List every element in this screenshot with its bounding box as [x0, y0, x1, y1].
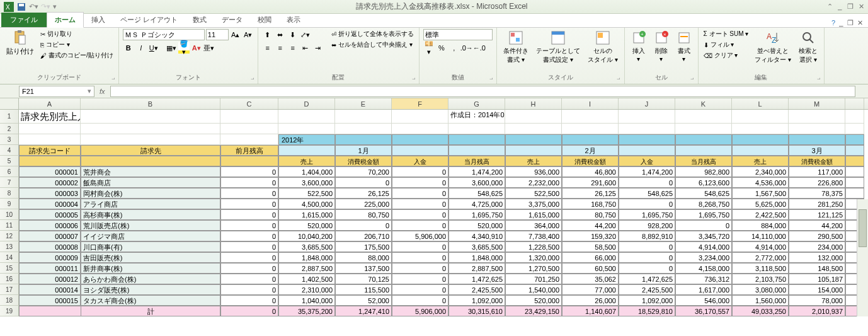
cell[interactable]: 2012年 [278, 134, 335, 145]
cell[interactable] [845, 156, 864, 166]
percent-button[interactable]: % [436, 42, 447, 54]
cell[interactable]: 計 [81, 306, 220, 316]
cell[interactable]: 88,000 [335, 252, 392, 263]
cell[interactable] [675, 145, 732, 156]
tab-review[interactable]: 校閲 [250, 13, 279, 27]
cell[interactable]: 0 [392, 295, 448, 306]
cell[interactable]: 0 [619, 263, 675, 274]
cell[interactable]: 1,695,750 [619, 209, 675, 220]
cell[interactable]: 1,617,000 [675, 284, 732, 295]
cell[interactable]: 4,536,000 [732, 177, 789, 188]
row-header[interactable]: 19 [0, 306, 19, 316]
cell[interactable]: 2,887,500 [278, 263, 335, 274]
cell[interactable]: 4,158,000 [675, 263, 732, 274]
cell[interactable]: 3,345,720 [675, 231, 732, 241]
cell[interactable]: 18,529,810 [619, 306, 675, 316]
cell[interactable]: 1,474,200 [619, 166, 675, 177]
cell[interactable] [19, 156, 81, 166]
col-header[interactable]: K [675, 98, 732, 109]
cell[interactable]: 000005 [19, 209, 81, 220]
cell[interactable]: 飯島商店 [81, 177, 220, 188]
col-header[interactable]: E [335, 98, 392, 109]
cell[interactable]: 1,140,607 [562, 306, 619, 316]
tab-insert[interactable]: 挿入 [84, 13, 113, 27]
align-bottom-button[interactable]: ⬇ [287, 29, 299, 40]
cell[interactable]: 000002 [19, 177, 81, 188]
cell[interactable]: 225,000 [335, 199, 392, 209]
cell[interactable]: 80,750 [335, 209, 392, 220]
col-header[interactable]: F [392, 98, 448, 109]
cell[interactable] [335, 134, 392, 145]
cell[interactable]: 0 [220, 209, 278, 220]
tab-view[interactable]: 表示 [279, 13, 308, 27]
cell[interactable]: 消費税金額 [562, 156, 619, 166]
cell[interactable]: 1,247,410 [335, 306, 392, 316]
cell[interactable]: 1,540,000 [505, 284, 562, 295]
cell[interactable]: 35,062 [562, 274, 619, 284]
shrink-font-button[interactable]: A▾ [243, 29, 254, 40]
cell[interactable]: 44,200 [789, 220, 845, 231]
cell[interactable]: 0 [392, 274, 448, 284]
cell[interactable]: 4,340,910 [448, 231, 505, 241]
cell[interactable] [278, 145, 335, 156]
cell[interactable]: 1,472,625 [448, 274, 505, 284]
cell[interactable] [619, 134, 675, 145]
col-header[interactable] [845, 98, 864, 109]
cell[interactable]: 701,250 [505, 274, 562, 284]
cell[interactable] [789, 124, 845, 134]
cell[interactable] [675, 134, 732, 145]
cell[interactable]: 154,000 [789, 284, 845, 295]
row-header[interactable]: 11 [0, 220, 19, 231]
cell[interactable]: 作成日：2014年08月08日 [448, 110, 505, 124]
grid[interactable]: 請求先別売上入金残高推移表作成日：2014年08月08日2012年請求先コード請… [19, 110, 864, 316]
cell[interactable]: 吉田販売(株) [81, 252, 220, 263]
row-header[interactable]: 1 [0, 110, 19, 124]
cell[interactable]: 5,906,000 [392, 306, 448, 316]
cell[interactable]: 2,310,000 [278, 284, 335, 295]
cell[interactable]: 0 [392, 199, 448, 209]
cell[interactable]: 117,000 [789, 166, 845, 177]
cell[interactable] [505, 124, 562, 134]
cell[interactable]: 000014 [19, 284, 81, 295]
cell[interactable]: 0 [335, 220, 392, 231]
cell[interactable] [220, 110, 278, 124]
cell[interactable]: 80,750 [562, 209, 619, 220]
inc-decimal-button[interactable]: .0→ [461, 42, 472, 54]
cell[interactable]: 6,123,600 [675, 177, 732, 188]
cell[interactable]: 0 [392, 263, 448, 274]
cell[interactable]: 000004 [19, 199, 81, 209]
cell[interactable]: 1,404,000 [278, 166, 335, 177]
cell[interactable] [845, 110, 864, 124]
undo-icon[interactable]: ↶▾ [29, 3, 38, 11]
select-all-corner[interactable] [0, 98, 19, 109]
cell[interactable]: 1,560,000 [732, 295, 789, 306]
chevron-down-icon[interactable]: ▾ [88, 87, 91, 95]
tab-home[interactable]: ホーム [47, 12, 84, 28]
cell[interactable]: 159,320 [562, 231, 619, 241]
col-header[interactable]: B [81, 98, 220, 109]
cell[interactable]: 226,800 [789, 177, 845, 188]
cell[interactable] [562, 124, 619, 134]
col-header[interactable]: J [619, 98, 675, 109]
cell[interactable]: 3,600,000 [448, 177, 505, 188]
cell[interactable]: 1,092,000 [448, 295, 505, 306]
cell[interactable]: 884,000 [732, 220, 789, 231]
cell[interactable]: 8,268,750 [675, 199, 732, 209]
cell[interactable]: 0 [392, 166, 448, 177]
scroll-thumb[interactable] [859, 209, 867, 247]
cell[interactable]: 0 [220, 188, 278, 199]
cell[interactable]: 115,500 [335, 284, 392, 295]
cell[interactable]: 0 [220, 252, 278, 263]
cell[interactable] [619, 124, 675, 134]
cell[interactable]: 14,110,000 [732, 231, 789, 241]
cell[interactable]: 前月残高 [220, 145, 278, 156]
cell[interactable]: 52,000 [335, 295, 392, 306]
cell[interactable]: 58,500 [562, 241, 619, 252]
cell[interactable]: 1,695,750 [675, 209, 732, 220]
cell[interactable]: 168,750 [562, 199, 619, 209]
cell[interactable] [675, 124, 732, 134]
row-header[interactable]: 2 [0, 124, 19, 134]
cell[interactable]: 3月 [789, 145, 845, 156]
cell[interactable]: 新井商事(株) [81, 263, 220, 274]
currency-button[interactable]: 💴▾ [423, 42, 435, 54]
